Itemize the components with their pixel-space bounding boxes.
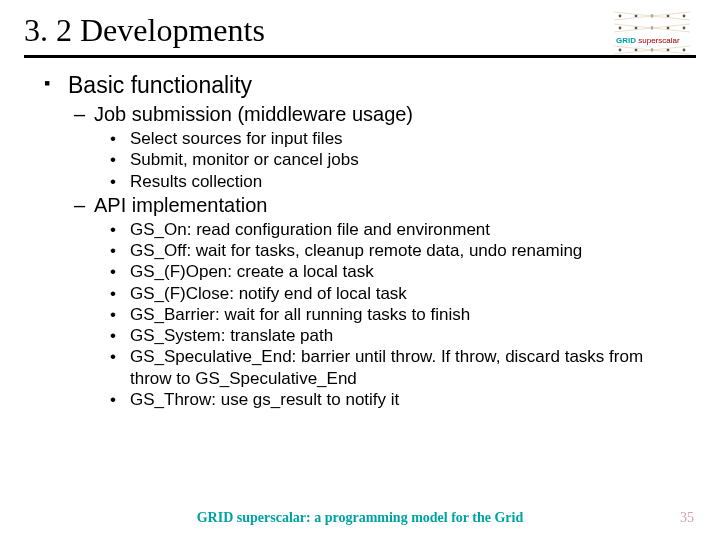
bullet-item: GS_(F)Close: notify end of local task: [110, 283, 684, 304]
svg-point-4: [683, 15, 686, 18]
bullet-item: GS_On: read configuration file and envir…: [110, 219, 684, 240]
svg-point-3: [667, 15, 670, 18]
logo-label-super: superscalar: [638, 36, 679, 45]
bullet-api-implementation: API implementation: [74, 194, 684, 217]
svg-point-0: [619, 15, 622, 18]
svg-point-5: [619, 27, 622, 30]
svg-point-11: [635, 49, 638, 52]
bullet-item: GS_Speculative_End: barrier until throw.…: [110, 346, 684, 389]
logo-label: GRID superscalar: [616, 36, 680, 45]
grid-superscalar-logo: GRID superscalar: [610, 10, 700, 56]
bullet-item: GS_System: translate path: [110, 325, 684, 346]
svg-point-1: [635, 15, 638, 18]
footer-text: GRID superscalar: a programming model fo…: [0, 510, 720, 526]
bullet-item: Submit, monitor or cancel jobs: [110, 149, 684, 170]
svg-point-9: [683, 27, 686, 30]
bullet-job-submission: Job submission (middleware usage): [74, 103, 684, 126]
page-number: 35: [680, 510, 694, 526]
bullet-item: GS_Throw: use gs_result to notify it: [110, 389, 684, 410]
bullet-item: Results collection: [110, 171, 684, 192]
bullet-item: GS_Barrier: wait for all running tasks t…: [110, 304, 684, 325]
logo-label-grid: GRID: [616, 36, 636, 45]
svg-point-14: [683, 49, 686, 52]
bullet-basic-functionality: Basic functionality: [44, 72, 684, 99]
slide: 3. 2 Developments GRID superscalar Basic…: [0, 0, 720, 540]
svg-point-10: [619, 49, 622, 52]
svg-point-6: [635, 27, 638, 30]
logo-dot-grid-icon: [610, 10, 700, 56]
content-area: Basic functionality Job submission (midd…: [0, 58, 720, 410]
bullet-item: Select sources for input files: [110, 128, 684, 149]
bullet-item: GS_(F)Open: create a local task: [110, 261, 684, 282]
svg-point-8: [667, 27, 670, 30]
bullet-item: GS_Off: wait for tasks, cleanup remote d…: [110, 240, 684, 261]
svg-point-13: [667, 49, 670, 52]
